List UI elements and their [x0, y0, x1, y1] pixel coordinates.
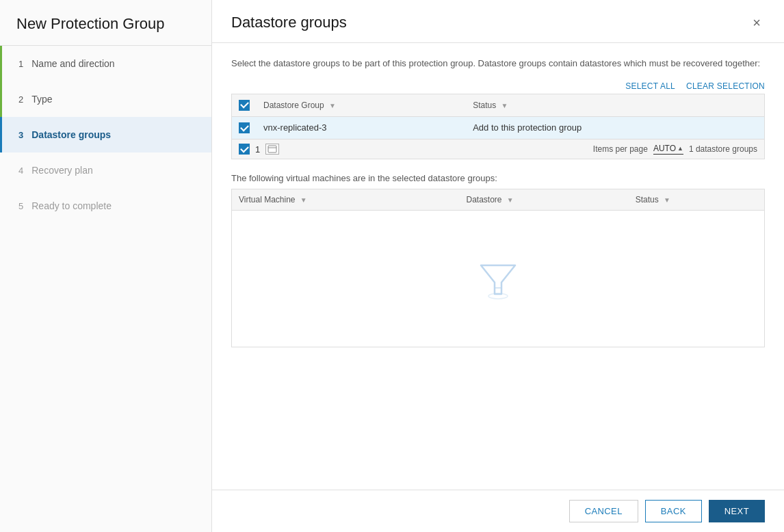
table-row[interactable]: vnx-replicated-3 Add to this protection … — [232, 116, 765, 139]
items-per-page-value: AUTO — [653, 144, 676, 153]
footer-page-icon[interactable] — [265, 144, 279, 155]
content-header: Datastore groups × — [212, 0, 784, 43]
items-per-page-label: Items per page — [593, 144, 648, 154]
footer-count: 1 — [255, 144, 260, 155]
step-num-3: 3 — [18, 130, 23, 140]
total-count: 1 datastore groups — [689, 144, 757, 154]
content-area: Datastore groups × Select the datastore … — [212, 0, 784, 532]
empty-funnel — [239, 217, 757, 341]
table-controls: SELECT ALL CLEAR SELECTION — [231, 81, 765, 91]
vm-empty-state — [232, 211, 765, 347]
row-status: Add to this protection group — [466, 116, 764, 139]
chevron-up-icon: ▲ — [677, 145, 683, 152]
step-label-4: Recovery plan — [31, 165, 93, 176]
vm-section-label: The following virtual machines are in th… — [231, 173, 765, 183]
sidebar-step-5: 5Ready to complete — [0, 188, 211, 224]
next-button[interactable]: NEXT — [709, 500, 765, 522]
description-text: Select the datastore groups to be part o… — [231, 57, 765, 70]
ds-filter-icon[interactable]: ▼ — [507, 196, 514, 204]
col-datastore-group: Datastore Group ▼ — [257, 94, 466, 116]
select-all-button[interactable]: SELECT ALL — [625, 81, 675, 91]
header-checkbox[interactable] — [239, 100, 250, 111]
content-body: Select the datastore groups to be part o… — [212, 43, 784, 490]
col-ds-label: Datastore — [466, 195, 501, 204]
vm-filter-icon[interactable]: ▼ — [300, 196, 307, 204]
vm-empty-row — [232, 211, 765, 347]
table-header-row: Datastore Group ▼ Status ▼ — [232, 94, 765, 116]
footer-checkbox[interactable] — [239, 144, 250, 155]
step-label-2: Type — [31, 94, 52, 105]
dialog: New Protection Group 1Name and direction… — [0, 0, 784, 532]
step-label-5: Ready to complete — [31, 200, 112, 211]
cancel-button[interactable]: CANCEL — [569, 500, 638, 522]
sidebar-step-2[interactable]: 2Type — [0, 81, 211, 117]
col-datastore: Datastore ▼ — [459, 189, 628, 211]
step-num-5: 5 — [18, 201, 23, 211]
sidebar-step-4: 4Recovery plan — [0, 152, 211, 188]
row-name: vnx-replicated-3 — [257, 116, 466, 139]
header-checkbox-col — [232, 94, 257, 116]
col-datastore-group-label: Datastore Group — [263, 101, 324, 110]
step-num-1: 1 — [18, 59, 23, 69]
row-checkbox-cell — [232, 116, 257, 139]
footer-left: 1 — [239, 144, 279, 155]
col-vm-status: Status ▼ — [629, 189, 765, 211]
table-footer: 1 Items per page AUTO ▲ 1 datastore gr — [231, 139, 765, 159]
step-num-2: 2 — [18, 94, 23, 105]
sidebar: New Protection Group 1Name and direction… — [0, 0, 212, 532]
col-virtual-machine: Virtual Machine ▼ — [232, 189, 460, 211]
svg-rect-0 — [268, 146, 276, 152]
col-status: Status ▼ — [466, 94, 764, 116]
status-filter-icon[interactable]: ▼ — [501, 102, 508, 109]
datastore-groups-table: Datastore Group ▼ Status ▼ vnx-replicate… — [231, 94, 765, 140]
svg-marker-2 — [481, 265, 515, 294]
footer-right: Items per page AUTO ▲ 1 datastore groups — [593, 144, 757, 155]
vm-table: Virtual Machine ▼ Datastore ▼ Status ▼ — [231, 189, 765, 347]
col-vm-label: Virtual Machine — [239, 195, 296, 204]
vm-status-filter-icon[interactable]: ▼ — [664, 196, 670, 204]
step-label-1: Name and direction — [31, 58, 114, 69]
step-num-4: 4 — [18, 165, 23, 176]
vm-header-row: Virtual Machine ▼ Datastore ▼ Status ▼ — [232, 189, 765, 211]
col-status-label: Status — [473, 101, 496, 110]
sidebar-steps: 1Name and direction2Type3Datastore group… — [0, 46, 211, 224]
items-per-page-select[interactable]: AUTO ▲ — [653, 144, 683, 155]
clear-selection-button[interactable]: CLEAR SELECTION — [686, 81, 765, 91]
back-button[interactable]: BACK — [645, 500, 702, 522]
content-footer: CANCEL BACK NEXT — [212, 490, 784, 532]
filter-funnel-icon — [478, 258, 519, 300]
close-button[interactable]: × — [748, 14, 765, 31]
sidebar-step-3[interactable]: 3Datastore groups — [0, 117, 211, 152]
row-checkbox[interactable] — [239, 122, 250, 133]
col-vm-status-label: Status — [636, 195, 659, 204]
step-label-3: Datastore groups — [31, 129, 111, 140]
sidebar-step-1[interactable]: 1Name and direction — [0, 46, 211, 81]
sidebar-title: New Protection Group — [0, 0, 211, 46]
page-title: Datastore groups — [231, 14, 347, 31]
datastore-group-filter-icon[interactable]: ▼ — [329, 102, 336, 109]
